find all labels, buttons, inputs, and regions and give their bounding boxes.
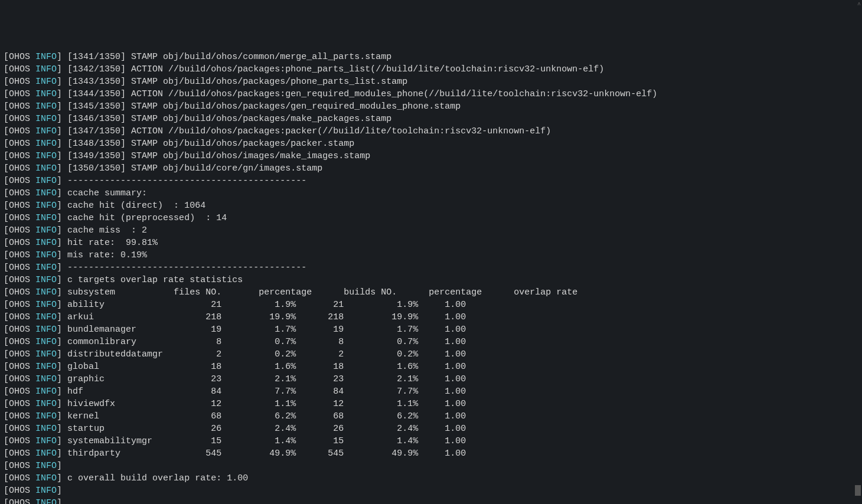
log-line: [OHOS INFO] ccache summary:	[4, 187, 858, 199]
log-line: [OHOS INFO] [1350/1350] STAMP obj/build/…	[4, 162, 858, 175]
log-line: [OHOS INFO] ----------------------------…	[4, 175, 858, 187]
log-line: [OHOS INFO] [1344/1350] ACTION //build/o…	[4, 88, 858, 100]
terminal-output[interactable]: [OHOS INFO] [1341/1350] STAMP obj/build/…	[4, 51, 858, 504]
log-line: [OHOS INFO] [1345/1350] STAMP obj/build/…	[4, 100, 858, 113]
log-line: [OHOS INFO] thirdparty 545 49.9% 545 49.…	[4, 447, 858, 460]
log-line: [OHOS INFO]	[4, 460, 858, 472]
log-line: [OHOS INFO]	[4, 497, 858, 504]
log-line: [OHOS INFO] c overall build overlap rate…	[4, 472, 858, 485]
log-line: [OHOS INFO] ----------------------------…	[4, 261, 858, 274]
log-line: [OHOS INFO] mis rate: 0.19%	[4, 249, 858, 261]
log-line: [OHOS INFO] [1348/1350] STAMP obj/build/…	[4, 138, 858, 150]
log-line: [OHOS INFO] hdf 84 7.7% 84 7.7% 1.00	[4, 385, 858, 398]
log-line: [OHOS INFO] [1349/1350] STAMP obj/build/…	[4, 150, 858, 162]
log-line: [OHOS INFO] [1346/1350] STAMP obj/build/…	[4, 113, 858, 125]
log-line: [OHOS INFO] subsystem files NO. percenta…	[4, 286, 858, 299]
log-line: [OHOS INFO]	[4, 485, 858, 497]
scrollbar-track[interactable]: ^	[854, 0, 862, 504]
log-line: [OHOS INFO] [1342/1350] ACTION //build/o…	[4, 63, 858, 76]
log-line: [OHOS INFO] graphic 23 2.1% 23 2.1% 1.00	[4, 373, 858, 385]
log-line: [OHOS INFO] commonlibrary 8 0.7% 8 0.7% …	[4, 336, 858, 348]
log-line: [OHOS INFO] [1343/1350] STAMP obj/build/…	[4, 76, 858, 88]
log-line: [OHOS INFO] startup 26 2.4% 26 2.4% 1.00	[4, 423, 858, 435]
log-line: [OHOS INFO] ability 21 1.9% 21 1.9% 1.00	[4, 299, 858, 311]
log-line: [OHOS INFO] distributeddatamgr 2 0.2% 2 …	[4, 348, 858, 361]
log-line: [OHOS INFO] kernel 68 6.2% 68 6.2% 1.00	[4, 410, 858, 423]
log-line: [OHOS INFO] cache miss : 2	[4, 224, 858, 237]
scrollbar-up-arrow[interactable]: ^	[857, 1, 861, 9]
log-line: [OHOS INFO] bundlemanager 19 1.7% 19 1.7…	[4, 323, 858, 336]
log-line: [OHOS INFO] global 18 1.6% 18 1.6% 1.00	[4, 361, 858, 373]
log-line: [OHOS INFO] systemabilitymgr 15 1.4% 15 …	[4, 435, 858, 447]
log-line: [OHOS INFO] c targets overlap rate stati…	[4, 274, 858, 286]
log-line: [OHOS INFO] hiviewdfx 12 1.1% 12 1.1% 1.…	[4, 398, 858, 410]
log-line: [OHOS INFO] [1341/1350] STAMP obj/build/…	[4, 51, 858, 63]
log-line: [OHOS INFO] hit rate: 99.81%	[4, 237, 858, 249]
log-line: [OHOS INFO] cache hit (preprocessed) : 1…	[4, 212, 858, 224]
scrollbar-thumb[interactable]	[855, 485, 861, 496]
log-line: [OHOS INFO] cache hit (direct) : 1064	[4, 199, 858, 212]
log-line: [OHOS INFO] [1347/1350] ACTION //build/o…	[4, 125, 858, 138]
log-line: [OHOS INFO] arkui 218 19.9% 218 19.9% 1.…	[4, 311, 858, 323]
